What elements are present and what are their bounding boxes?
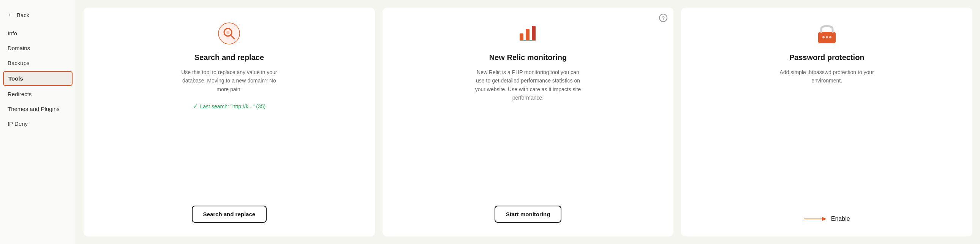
enable-row: Enable	[804, 215, 850, 223]
sidebar-item-redirects[interactable]: Redirects	[0, 87, 76, 102]
search-replace-button[interactable]: Search and replace	[192, 206, 267, 223]
new-relic-card: ? New Relic monitoring New Relic is a PH…	[382, 8, 674, 236]
lock-icon	[815, 21, 839, 46]
arrow-right-icon	[804, 215, 827, 223]
svg-point-3	[226, 31, 229, 34]
password-protection-card: Password protection Add simple .htpasswd…	[681, 8, 972, 236]
password-protection-title: Password protection	[789, 53, 864, 62]
sidebar-item-themes-plugins[interactable]: Themes and Plugins	[0, 102, 76, 116]
search-replace-card: Search and replace Use this tool to repl…	[84, 8, 375, 236]
search-replace-icon	[217, 21, 241, 46]
status-check-icon: ✓	[193, 103, 198, 110]
search-replace-title: Search and replace	[194, 53, 264, 62]
sidebar-item-info[interactable]: Info	[0, 26, 76, 41]
sidebar-nav: Info Domains Backups Tools Redirects The…	[0, 26, 76, 131]
back-label: Back	[17, 12, 29, 18]
svg-marker-13	[822, 217, 827, 221]
search-replace-status: ✓ Last search: "http://k..." (35)	[193, 103, 266, 110]
new-relic-description: New Relic is a PHP monitoring tool you c…	[475, 68, 581, 102]
help-icon[interactable]: ?	[659, 14, 667, 22]
svg-rect-4	[520, 33, 523, 41]
sidebar: ← Back Info Domains Backups Tools Redire…	[0, 0, 76, 244]
svg-point-9	[822, 36, 825, 38]
new-relic-icon	[516, 21, 540, 46]
password-protection-description: Add simple .htpasswd protection to your …	[774, 68, 880, 85]
start-monitoring-button[interactable]: Start monitoring	[495, 206, 562, 223]
svg-point-10	[826, 36, 828, 38]
svg-rect-5	[526, 29, 530, 41]
new-relic-title: New Relic monitoring	[489, 53, 567, 62]
status-text: Last search: "http://k..." (35)	[200, 104, 266, 110]
sidebar-item-backups[interactable]: Backups	[0, 56, 76, 70]
enable-label[interactable]: Enable	[831, 215, 850, 222]
sidebar-item-domains[interactable]: Domains	[0, 41, 76, 56]
sidebar-item-ip-deny[interactable]: IP Deny	[0, 116, 76, 131]
svg-rect-7	[520, 40, 536, 41]
back-arrow-icon: ←	[8, 11, 14, 18]
svg-rect-6	[532, 26, 536, 41]
svg-point-0	[218, 23, 240, 44]
back-button[interactable]: ← Back	[0, 8, 76, 26]
search-replace-description: Use this tool to replace any value in yo…	[176, 68, 282, 94]
main-content: Search and replace Use this tool to repl…	[76, 0, 980, 244]
svg-point-11	[829, 36, 832, 38]
sidebar-item-tools[interactable]: Tools	[3, 71, 73, 86]
